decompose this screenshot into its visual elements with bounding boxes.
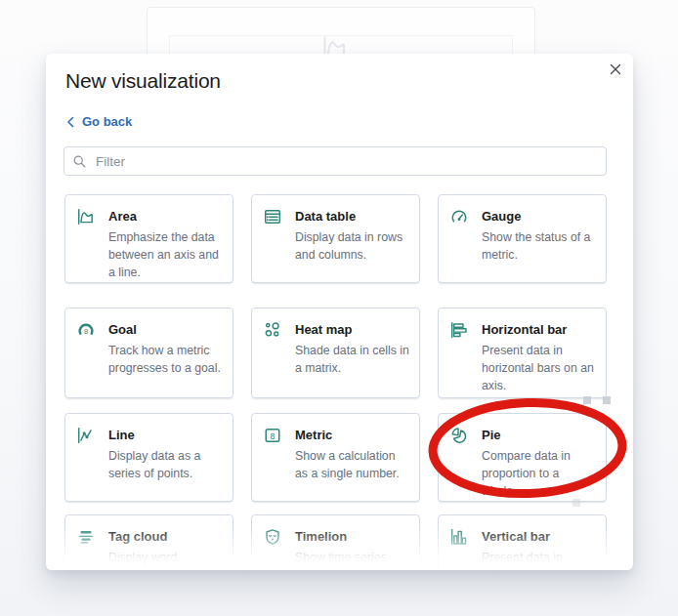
metric-icon: 8	[264, 427, 281, 444]
modal-title: New visualization	[65, 69, 221, 93]
viz-card-title: Timelion	[295, 528, 409, 546]
annotation-handle	[603, 396, 611, 404]
viz-card-data-table[interactable]: Data tableDisplay data in rows and colum…	[251, 194, 420, 283]
viz-card-area[interactable]: AreaEmphasize the data between an axis a…	[64, 194, 233, 283]
viz-card-title: Line	[108, 427, 223, 444]
viz-card-title: Horizontal bar	[482, 321, 596, 339]
viz-card-pie[interactable]: PieCompare data in proportion to a whole…	[438, 413, 607, 502]
viz-card-description: Compare data in proportion to a whole.	[482, 448, 596, 500]
viz-card-description: Shade data in cells in a matrix.	[295, 343, 409, 378]
viz-card-description: Display data in rows and columns.	[295, 229, 409, 265]
visualization-grid: AreaEmphasize the data between an axis a…	[64, 194, 609, 570]
viz-card-line[interactable]: LineDisplay data as a series of points.	[64, 413, 233, 502]
goal-icon: 8	[77, 321, 95, 339]
viz-card-description: Present data in horizontal bars on an ax…	[482, 343, 596, 394]
viz-card-title: Metric	[295, 427, 409, 444]
viz-card-description: Display word frequency with font size.	[108, 550, 223, 570]
viz-card-goal[interactable]: 8GoalTrack how a metric progresses to a …	[64, 308, 233, 398]
viz-card-description: Show a calculation as a single number.	[295, 448, 409, 483]
vertical-bar-icon	[450, 528, 468, 546]
viz-card-description: Show time series data on a graph.	[295, 550, 409, 570]
data-table-icon	[264, 208, 281, 226]
viz-card-title: Goal	[108, 321, 223, 339]
viz-card-title: Pie	[482, 427, 596, 444]
go-back-label: Go back	[82, 114, 132, 129]
viz-card-description: Emphasize the data between an axis and a…	[108, 229, 223, 281]
viz-card-vertical-bar[interactable]: Vertical barPresent data in vertical bar…	[438, 514, 607, 570]
viz-card-heat-map[interactable]: Heat mapShade data in cells in a matrix.	[251, 308, 420, 398]
gauge-icon	[450, 208, 468, 226]
heat-map-icon	[264, 321, 281, 339]
viz-card-gauge[interactable]: GaugeShow the status of a metric.	[438, 194, 607, 283]
viz-card-title: Data table	[295, 208, 409, 226]
viz-card-title: Area	[108, 208, 223, 226]
chevron-left-icon	[65, 116, 76, 128]
annotation-handle	[583, 396, 591, 404]
new-visualization-modal: New visualization Go back AreaEmphasize …	[46, 54, 633, 570]
viz-card-title: Gauge	[482, 208, 596, 226]
close-icon[interactable]	[605, 59, 626, 80]
horizontal-bar-icon	[450, 321, 468, 339]
viz-card-metric[interactable]: 8MetricShow a calculation as a single nu…	[251, 413, 420, 502]
viz-card-description: Show the status of a metric.	[482, 229, 596, 265]
annotation-handle	[572, 499, 580, 507]
filter-searchbox[interactable]	[64, 146, 607, 176]
viz-card-description: Present data in vertical bars on an axis…	[482, 550, 596, 570]
filter-input[interactable]	[94, 153, 598, 170]
svg-text:8: 8	[84, 327, 88, 336]
search-icon	[72, 154, 87, 169]
viz-card-title: Vertical bar	[482, 528, 596, 546]
viz-card-title: Heat map	[295, 321, 409, 339]
viz-card-description: Track how a metric progresses to a goal.	[108, 343, 223, 378]
viz-card-tag-cloud[interactable]: Tag cloudDisplay word frequency with fon…	[64, 514, 233, 570]
area-chart-icon	[77, 208, 95, 226]
line-chart-icon	[77, 427, 95, 444]
viz-card-horizontal-bar[interactable]: Horizontal barPresent data in horizontal…	[438, 308, 607, 398]
pie-chart-icon	[450, 427, 468, 444]
go-back-link[interactable]: Go back	[65, 114, 132, 129]
timelion-icon	[264, 528, 281, 546]
svg-text:8: 8	[270, 431, 275, 441]
tag-cloud-icon	[77, 528, 95, 546]
viz-card-title: Tag cloud	[108, 528, 223, 546]
viz-card-timelion[interactable]: TimelionShow time series data on a graph…	[251, 514, 420, 570]
viz-card-description: Display data as a series of points.	[108, 448, 223, 483]
